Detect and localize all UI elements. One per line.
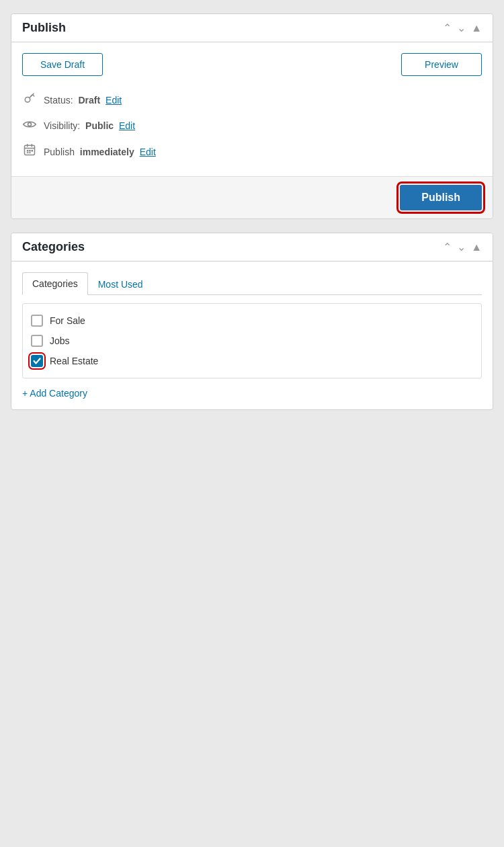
categories-panel-title: Categories: [22, 240, 85, 254]
publish-panel-title: Publish: [22, 21, 66, 35]
tab-categories[interactable]: Categories: [22, 272, 88, 295]
categories-collapse-up-icon[interactable]: ⌃: [443, 242, 452, 253]
list-item: For Sale: [31, 311, 473, 331]
jobs-checkbox[interactable]: [31, 335, 43, 347]
tab-most-used[interactable]: Most Used: [88, 272, 153, 295]
svg-rect-10: [29, 150, 31, 152]
move-up-icon[interactable]: ▲: [471, 23, 482, 34]
real-estate-checkbox[interactable]: [31, 355, 43, 367]
key-icon: [22, 92, 37, 108]
add-category-link[interactable]: + Add Category: [22, 388, 87, 399]
svg-rect-9: [27, 150, 29, 152]
jobs-label: Jobs: [50, 335, 70, 346]
status-row: Status: Draft Edit: [22, 87, 482, 113]
visibility-edit-link[interactable]: Edit: [119, 120, 135, 131]
visibility-text: Visibility: Public Edit: [44, 120, 135, 131]
status-text: Status: Draft Edit: [44, 95, 122, 106]
publish-time-value: immediately: [80, 147, 134, 157]
svg-rect-12: [27, 152, 29, 153]
calendar-icon: [22, 143, 37, 160]
real-estate-label: Real Estate: [50, 356, 98, 366]
visibility-value: Public: [85, 120, 114, 131]
publish-time-text: Publish immediately Edit: [44, 147, 156, 157]
collapse-up-icon[interactable]: ⌃: [443, 23, 452, 34]
list-item: Jobs: [31, 331, 473, 351]
categories-collapse-down-icon[interactable]: ⌄: [457, 242, 466, 253]
svg-line-3: [31, 95, 32, 97]
categories-tabs: Categories Most Used: [22, 272, 482, 295]
svg-rect-13: [29, 152, 31, 153]
categories-panel: Categories ⌃ ⌄ ▲ Categories Most Used Fo…: [11, 233, 493, 410]
publish-panel-controls: ⌃ ⌄ ▲: [443, 23, 482, 34]
categories-list-box: For Sale Jobs Real Estate: [22, 303, 482, 378]
publish-panel-body: Save Draft Preview Status: Draft Edit: [11, 42, 493, 176]
publish-time-row: Publish immediately Edit: [22, 138, 482, 165]
status-value: Draft: [78, 95, 100, 106]
categories-panel-controls: ⌃ ⌄ ▲: [443, 242, 482, 253]
categories-panel-body: Categories Most Used For Sale Jobs Real …: [11, 261, 493, 409]
preview-button[interactable]: Preview: [401, 53, 482, 76]
categories-move-up-icon[interactable]: ▲: [471, 242, 482, 253]
publish-button[interactable]: Publish: [400, 185, 482, 210]
visibility-row: Visibility: Public Edit: [22, 113, 482, 138]
svg-line-2: [33, 95, 34, 96]
for-sale-checkbox[interactable]: [31, 315, 43, 327]
status-edit-link[interactable]: Edit: [106, 95, 122, 106]
for-sale-label: For Sale: [50, 315, 85, 326]
eye-icon: [22, 118, 37, 132]
draft-preview-row: Save Draft Preview: [22, 53, 482, 76]
publish-panel: Publish ⌃ ⌄ ▲ Save Draft Preview Status:: [11, 13, 493, 219]
list-item: Real Estate: [31, 351, 473, 371]
publish-time-edit-link[interactable]: Edit: [140, 147, 156, 157]
save-draft-button[interactable]: Save Draft: [22, 53, 103, 76]
categories-panel-header: Categories ⌃ ⌄ ▲: [11, 233, 493, 261]
svg-point-0: [25, 97, 30, 103]
svg-rect-11: [32, 150, 34, 152]
publish-footer: Publish: [11, 176, 493, 218]
collapse-down-icon[interactable]: ⌄: [457, 23, 466, 34]
publish-panel-header: Publish ⌃ ⌄ ▲: [11, 14, 493, 42]
svg-point-4: [28, 123, 32, 126]
